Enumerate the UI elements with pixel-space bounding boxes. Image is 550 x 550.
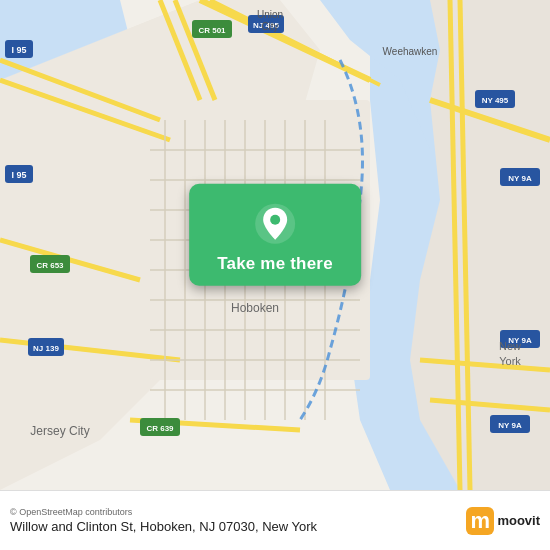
svg-point-69 (270, 215, 280, 225)
moovit-text: moovit (497, 513, 540, 529)
map-view: I 95 I 95 CR 501 NJ 495 CR 653 NJ 139 CR… (0, 0, 550, 490)
svg-text:I 95: I 95 (11, 170, 26, 180)
moovit-logo: m moovit (466, 507, 540, 535)
location-pin-icon (253, 202, 297, 246)
svg-text:York: York (499, 355, 521, 367)
svg-text:NJ 139: NJ 139 (33, 344, 59, 353)
svg-text:Jersey City: Jersey City (30, 424, 89, 438)
location-text: Willow and Clinton St, Hoboken, NJ 07030… (10, 519, 317, 534)
svg-text:New: New (499, 340, 521, 352)
svg-text:Weehawken: Weehawken (383, 46, 438, 57)
bottom-bar: © OpenStreetMap contributors Willow and … (0, 490, 550, 550)
svg-text:CR 653: CR 653 (36, 261, 64, 270)
moovit-icon: m (466, 507, 494, 535)
svg-text:NY 9A: NY 9A (508, 174, 532, 183)
svg-text:I 95: I 95 (11, 45, 26, 55)
location-info: © OpenStreetMap contributors Willow and … (10, 507, 317, 534)
take-me-there-button[interactable]: Take me there (217, 254, 333, 274)
svg-text:Hoboken: Hoboken (231, 301, 279, 315)
svg-text:Union: Union (257, 9, 283, 20)
svg-text:NY 9A: NY 9A (498, 421, 522, 430)
svg-text:CR 501: CR 501 (198, 26, 226, 35)
svg-text:NY 495: NY 495 (482, 96, 509, 105)
take-me-there-overlay[interactable]: Take me there (189, 184, 361, 286)
svg-text:City: City (261, 21, 278, 32)
svg-text:CR 639: CR 639 (146, 424, 174, 433)
osm-credit: © OpenStreetMap contributors (10, 507, 317, 517)
green-button-box[interactable]: Take me there (189, 184, 361, 286)
